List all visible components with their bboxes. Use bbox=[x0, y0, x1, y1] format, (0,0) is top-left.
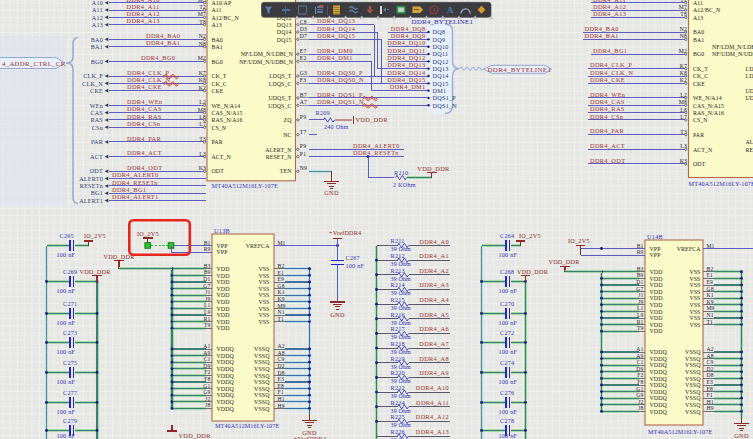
svg-text:R219: R219 bbox=[391, 355, 405, 362]
svg-text:VSSQ: VSSQ bbox=[685, 376, 701, 382]
svg-text:R216: R216 bbox=[391, 311, 405, 318]
svg-text:DDR4_DQS0_P: DDR4_DQS0_P bbox=[317, 69, 363, 76]
svg-text:VDDQ: VDDQ bbox=[650, 362, 668, 368]
svg-text:ALERT1: ALERT1 bbox=[79, 198, 103, 204]
svg-text:BG1: BG1 bbox=[91, 190, 103, 196]
svg-text:BG0: BG0 bbox=[91, 59, 103, 65]
svg-text:A12/BC_N: A12/BC_N bbox=[212, 15, 240, 21]
svg-text:100 nF: 100 nF bbox=[499, 348, 518, 355]
svg-text:D9: D9 bbox=[203, 363, 210, 369]
svg-text:R224: R224 bbox=[391, 399, 405, 406]
svg-text:C271: C271 bbox=[63, 300, 77, 307]
svg-text:DDR4_BA1: DDR4_BA1 bbox=[585, 32, 619, 39]
svg-text:UDQS_T: UDQS_T bbox=[746, 88, 753, 94]
svg-text:G7: G7 bbox=[203, 283, 210, 289]
svg-text:CS_N: CS_N bbox=[693, 117, 708, 123]
svg-text:DDR4_ODT: DDR4_ODT bbox=[590, 157, 625, 164]
svg-text:VDDQ: VDDQ bbox=[217, 379, 235, 385]
svg-text:DDR4_A11: DDR4_A11 bbox=[416, 399, 449, 406]
svg-text:VREFCA: VREFCA bbox=[246, 243, 270, 249]
svg-text:C276: C276 bbox=[500, 389, 514, 396]
svg-text:VDDQ: VDDQ bbox=[217, 392, 235, 398]
svg-text:VDD_DDR: VDD_DDR bbox=[80, 268, 112, 275]
svg-text:100 nF: 100 nF bbox=[57, 348, 76, 355]
svg-text:DDR4_BA0: DDR4_BA0 bbox=[146, 32, 180, 39]
svg-text:DDR4_DM1: DDR4_DM1 bbox=[317, 54, 353, 61]
svg-text:BA1: BA1 bbox=[91, 44, 103, 50]
svg-text:L9: L9 bbox=[204, 309, 211, 315]
svg-text:IO_2V5: IO_2V5 bbox=[519, 232, 541, 239]
svg-text:R209: R209 bbox=[316, 109, 330, 116]
svg-text:C9: C9 bbox=[707, 359, 714, 365]
svg-text:K1: K1 bbox=[707, 292, 714, 298]
svg-text:VDD: VDD bbox=[650, 302, 664, 308]
svg-text:B7: B7 bbox=[300, 92, 307, 98]
svg-text:NC: NC bbox=[283, 132, 291, 138]
svg-text:E3: E3 bbox=[278, 376, 285, 382]
svg-text:VSSQ: VSSQ bbox=[254, 353, 270, 359]
svg-text:DDR4_ALERT0: DDR4_ALERT0 bbox=[353, 142, 400, 149]
svg-text:100 nF: 100 nF bbox=[499, 408, 518, 415]
svg-text:E8: E8 bbox=[278, 383, 285, 389]
svg-text:VSS: VSS bbox=[258, 292, 269, 298]
svg-text:CAS_N/A15: CAS_N/A15 bbox=[693, 103, 724, 109]
svg-text:VSSQ: VSSQ bbox=[685, 395, 701, 401]
svg-text:VSS: VSS bbox=[689, 309, 700, 315]
svg-text:VDD_DDR: VDD_DDR bbox=[179, 432, 212, 439]
svg-text:100 nF: 100 nF bbox=[499, 287, 518, 294]
svg-text:VSS: VSS bbox=[689, 282, 700, 288]
svg-text:VDDQ: VDDQ bbox=[217, 346, 235, 352]
svg-text:R9: R9 bbox=[637, 249, 644, 255]
svg-text:PAR: PAR bbox=[91, 139, 104, 145]
svg-text:C264: C264 bbox=[500, 232, 514, 239]
svg-text:T7: T7 bbox=[300, 129, 307, 135]
svg-text:VDD: VDD bbox=[650, 309, 664, 315]
svg-text:A1: A1 bbox=[636, 346, 643, 352]
svg-text:VSSQ: VSSQ bbox=[254, 359, 270, 365]
svg-text:E9: E9 bbox=[278, 276, 285, 282]
svg-text:DDR4_A3: DDR4_A3 bbox=[419, 281, 449, 288]
svg-text:ACT_N: ACT_N bbox=[693, 147, 713, 153]
svg-text:C274: C274 bbox=[500, 359, 514, 366]
svg-text:E2: E2 bbox=[300, 55, 307, 61]
svg-text:DDR4_ALERT1: DDR4_ALERT1 bbox=[112, 193, 159, 200]
svg-text:240 Ohm: 240 Ohm bbox=[324, 123, 349, 130]
svg-text:B9: B9 bbox=[637, 272, 644, 278]
svg-text:MT40A512M16LY-107E: MT40A512M16LY-107E bbox=[689, 180, 753, 187]
svg-text:4_ADDR_CTRL_CK: 4_ADDR_CTRL_CK bbox=[2, 60, 66, 67]
svg-text:CLK_N: CLK_N bbox=[82, 81, 103, 87]
svg-text:BA1: BA1 bbox=[693, 37, 704, 43]
svg-text:DDR4_BG1: DDR4_BG1 bbox=[112, 186, 146, 193]
svg-text:VSS: VSS bbox=[258, 306, 269, 312]
svg-text:E3: E3 bbox=[707, 379, 714, 385]
svg-text:R217: R217 bbox=[391, 325, 405, 332]
svg-text:VDD: VDD bbox=[650, 328, 664, 334]
svg-text:D1: D1 bbox=[636, 279, 643, 285]
svg-text:DDR4_A13: DDR4_A13 bbox=[593, 10, 626, 17]
svg-text:DDR4_ODT: DDR4_ODT bbox=[127, 164, 162, 171]
svg-text:DDR4_RESETn: DDR4_RESETn bbox=[353, 149, 399, 156]
svg-text:IO_2V5: IO_2V5 bbox=[137, 230, 159, 237]
svg-text:L1: L1 bbox=[637, 305, 644, 311]
svg-text:UDQS_C: UDQS_C bbox=[268, 103, 291, 109]
svg-text:DDR4_WEn: DDR4_WEn bbox=[127, 98, 163, 105]
svg-text:DQ13: DQ13 bbox=[277, 22, 292, 28]
svg-text:VDDQ: VDDQ bbox=[650, 402, 668, 408]
svg-text:A13: A13 bbox=[212, 22, 222, 28]
svg-text:VPP: VPP bbox=[217, 249, 229, 255]
svg-text:K9: K9 bbox=[707, 299, 714, 305]
svg-text:A12: A12 bbox=[92, 15, 103, 21]
svg-text:LDQS_C: LDQS_C bbox=[746, 73, 753, 79]
svg-text:VDDQ: VDDQ bbox=[650, 369, 668, 375]
svg-text:DDR4_BG1: DDR4_BG1 bbox=[593, 47, 627, 54]
svg-text:VDD: VDD bbox=[650, 276, 664, 282]
svg-text:B2: B2 bbox=[707, 266, 714, 272]
svg-text:CAS_N/A15: CAS_N/A15 bbox=[212, 110, 243, 116]
svg-text:A10/AP: A10/AP bbox=[212, 0, 232, 6]
svg-text:L1: L1 bbox=[204, 302, 211, 308]
svg-text:DQ10: DQ10 bbox=[433, 43, 449, 50]
svg-text:MT40A512M16LY-107E: MT40A512M16LY-107E bbox=[648, 429, 712, 435]
svg-text:BA1: BA1 bbox=[212, 44, 223, 50]
svg-text:A11: A11 bbox=[693, 0, 703, 6]
svg-text:G1: G1 bbox=[636, 386, 643, 392]
